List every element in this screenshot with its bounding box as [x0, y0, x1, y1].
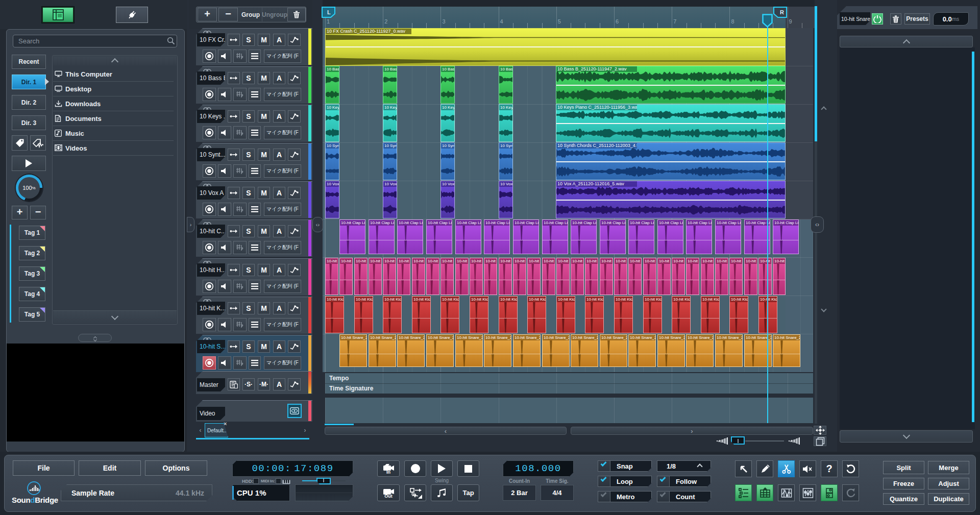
svg-text:L: L	[327, 9, 331, 15]
svg-text:R: R	[780, 9, 784, 15]
